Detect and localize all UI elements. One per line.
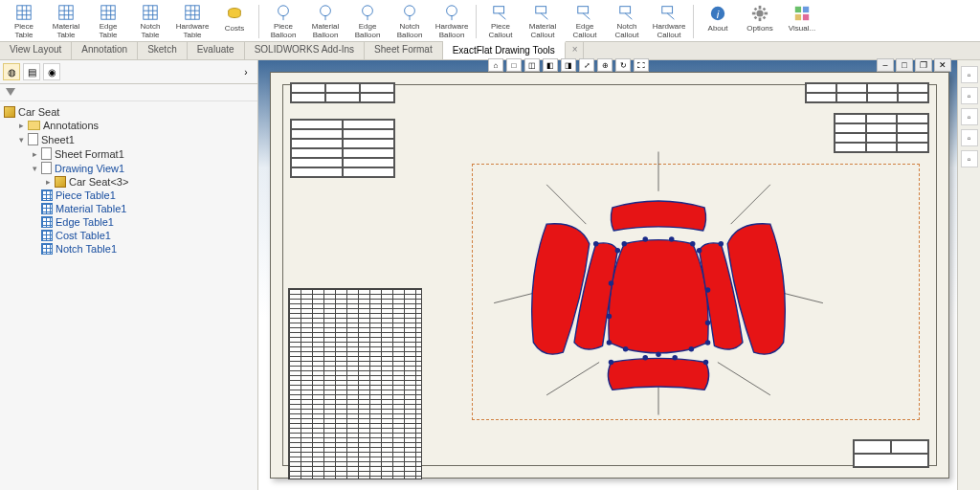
colors-icon[interactable]: ▫: [961, 129, 978, 146]
notch-callout-button[interactable]: Notch Callout: [607, 2, 647, 40]
about-button[interactable]: iAbout: [698, 2, 738, 40]
view-tool[interactable]: ⤢: [579, 58, 594, 72]
material-balloon-button[interactable]: Material Balloon: [305, 2, 345, 40]
view-tool[interactable]: ↻: [615, 58, 631, 72]
costs-button[interactable]: Costs: [214, 2, 255, 40]
edge-balloon-button[interactable]: Edge Balloon: [347, 2, 388, 40]
material-callout-button[interactable]: Material Callout: [523, 2, 563, 40]
tree-item[interactable]: ▾Drawing View1: [31, 161, 256, 175]
svg-point-80: [607, 314, 612, 320]
hardware-table-button[interactable]: Hardware Table: [172, 2, 212, 40]
tab-solidworks-add-ins[interactable]: SOLIDWORKS Add-Ins: [245, 42, 365, 59]
sheet-icon: [41, 147, 52, 160]
tab-exactflat-drawing-tools[interactable]: ExactFlat Drawing Tools: [443, 41, 566, 59]
config-tab[interactable]: ◉: [43, 63, 60, 80]
callout-icon: [533, 4, 552, 21]
tree-item[interactable]: Material Table1: [31, 202, 256, 215]
collapse-panel[interactable]: ›: [237, 63, 255, 80]
piece-callout-button[interactable]: Piece Callout: [480, 2, 521, 40]
property-tab[interactable]: ▤: [23, 63, 40, 80]
svg-line-43: [625, 13, 632, 19]
svg-point-84: [672, 355, 678, 361]
tree-item[interactable]: ▸Sheet Format1: [31, 146, 256, 161]
edge-callout-button[interactable]: Edge Callout: [565, 2, 605, 40]
svg-point-78: [623, 346, 629, 352]
svg-point-79: [607, 340, 612, 345]
more-icon[interactable]: ▫: [961, 150, 978, 167]
tree-item[interactable]: Cost Table1: [31, 229, 256, 242]
funnel-icon: [6, 88, 15, 98]
view-tool[interactable]: ⛶: [634, 58, 649, 72]
edge-table-button[interactable]: Edge Table: [88, 2, 128, 40]
home-icon[interactable]: ▫: [961, 66, 978, 83]
svg-point-71: [669, 236, 675, 242]
tree-item[interactable]: Notch Table1: [31, 242, 256, 256]
svg-line-54: [764, 17, 766, 19]
layers-icon[interactable]: ▫: [961, 87, 978, 104]
tab-evaluate[interactable]: Evaluate: [188, 42, 245, 59]
view-icon[interactable]: ▫: [961, 108, 978, 125]
tab-sketch[interactable]: Sketch: [138, 42, 188, 59]
view-tool[interactable]: ⌂: [488, 58, 503, 72]
tree-item[interactable]: Piece Table1: [31, 189, 256, 202]
coin-icon: [225, 4, 244, 23]
svg-point-72: [690, 241, 696, 247]
hardware-balloon-button[interactable]: Hardware Balloon: [432, 2, 472, 40]
drawing-canvas[interactable]: ⌂□◫◧◨⤢⊕↻⛶ –□❐✕: [258, 60, 980, 490]
view-tool[interactable]: ◫: [524, 58, 540, 72]
feature-tree-tab[interactable]: ◍: [3, 63, 20, 80]
tab-annotation[interactable]: Annotation: [72, 42, 138, 59]
twisty-icon[interactable]: ▸: [17, 121, 25, 130]
win-minimize[interactable]: –: [877, 58, 894, 72]
svg-point-86: [593, 241, 599, 247]
visual-button[interactable]: Visual...: [782, 2, 822, 40]
grid-icon: [183, 4, 202, 21]
hardware-callout-button[interactable]: Hardware Callout: [649, 2, 689, 40]
svg-rect-10: [101, 6, 115, 19]
view-tool[interactable]: ◧: [543, 58, 558, 72]
tree-item[interactable]: ▸Annotations: [17, 119, 256, 132]
svg-rect-15: [144, 6, 157, 19]
tab-view-layout[interactable]: View Layout: [0, 42, 72, 59]
material-table-button[interactable]: Material Table: [46, 2, 86, 40]
svg-point-28: [321, 6, 331, 16]
ribbon-label: Material Table: [53, 22, 79, 39]
win-restore[interactable]: ❐: [915, 58, 932, 72]
view-tool[interactable]: ◨: [561, 58, 576, 72]
svg-rect-0: [17, 6, 31, 19]
grid-icon: [99, 4, 118, 21]
svg-line-62: [546, 185, 586, 224]
tree-filter[interactable]: [0, 84, 257, 101]
tree-label: Material Table1: [56, 203, 126, 214]
twisty-icon[interactable]: ▸: [44, 177, 52, 187]
view-tool[interactable]: ⊕: [597, 58, 612, 72]
tree-root[interactable]: Car Seat: [4, 105, 256, 119]
options-button[interactable]: Options: [740, 2, 780, 40]
view-tool[interactable]: □: [506, 58, 522, 72]
grid-icon: [41, 189, 53, 201]
notch-table-button[interactable]: Notch Table: [130, 2, 170, 40]
callout-icon: [491, 4, 510, 21]
tree-item[interactable]: ▾Sheet1: [17, 132, 256, 146]
balloon-icon: [442, 4, 461, 21]
feature-tree[interactable]: Car Seat▸Annotations▾Sheet1▸Sheet Format…: [0, 101, 257, 490]
boxes-icon: [792, 4, 812, 23]
info-table-2: [290, 119, 395, 178]
tree-item[interactable]: Edge Table1: [31, 215, 256, 229]
twisty-icon[interactable]: ▾: [17, 135, 25, 145]
twisty-icon[interactable]: ▸: [31, 149, 38, 159]
tab-close[interactable]: ×: [568, 42, 584, 59]
win-maximize[interactable]: □: [896, 58, 913, 72]
ribbon-label: Material Callout: [529, 22, 556, 39]
piece-table-button[interactable]: Piece Table: [4, 2, 44, 40]
win-close[interactable]: ✕: [934, 58, 951, 72]
grid-icon: [141, 4, 160, 21]
tree-label: Annotations: [43, 120, 99, 131]
ribbon-label: Options: [746, 24, 773, 33]
tree-label: Edge Table1: [56, 216, 114, 228]
twisty-icon[interactable]: ▾: [31, 164, 38, 173]
notch-balloon-button[interactable]: Notch Balloon: [390, 2, 430, 40]
tree-item[interactable]: ▸Car Seat<3>: [44, 175, 256, 189]
tab-sheet-format[interactable]: Sheet Format: [365, 42, 443, 59]
piece-balloon-button[interactable]: Piece Balloon: [263, 2, 303, 40]
